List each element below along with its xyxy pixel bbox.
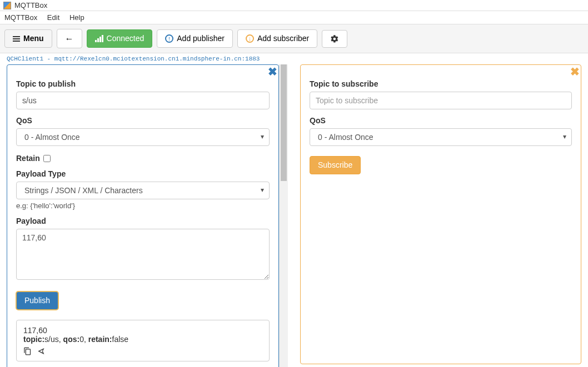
publish-button[interactable]: Publish bbox=[16, 291, 58, 310]
gear-icon bbox=[330, 34, 339, 43]
window-title: MQTTBox bbox=[14, 1, 47, 9]
panels-row: ✖ Topic to publish QoS 0 - Almost Once R… bbox=[0, 64, 588, 367]
connected-label: Connected bbox=[107, 34, 144, 43]
qos-publish-label: QoS bbox=[16, 116, 270, 125]
qos-subscribe-label: QoS bbox=[310, 116, 572, 125]
share-icon[interactable] bbox=[37, 347, 46, 355]
publisher-scrollbar[interactable] bbox=[279, 64, 288, 367]
close-subscriber-button[interactable]: ✖ bbox=[570, 66, 580, 77]
payload-type-label: Payload Type bbox=[16, 169, 270, 178]
payload-textarea[interactable]: 117,60 bbox=[16, 229, 270, 280]
menu-edit[interactable]: Edit bbox=[47, 13, 59, 22]
subscribe-button[interactable]: Subscribe bbox=[310, 156, 361, 174]
arrow-up-circle-icon: ↑ bbox=[165, 34, 173, 43]
payload-type-hint: e.g: {'hello':'world'} bbox=[16, 202, 270, 210]
scrollbar-thumb[interactable] bbox=[281, 64, 287, 181]
sent-message-box: 117,60 topic:s/us, qos:0, retain:false bbox=[16, 320, 270, 361]
window-titlebar: MQTTBox bbox=[0, 0, 588, 11]
qos-subscribe-select[interactable]: 0 - Almost Once bbox=[310, 128, 572, 146]
add-publisher-button[interactable]: ↑ Add publisher bbox=[157, 29, 233, 48]
menu-button[interactable]: Menu bbox=[4, 29, 52, 48]
copy-icon[interactable] bbox=[23, 347, 32, 355]
app-icon bbox=[3, 2, 11, 9]
arrow-left-icon: ← bbox=[65, 33, 74, 44]
publisher-panel-wrap: ✖ Topic to publish QoS 0 - Almost Once R… bbox=[7, 64, 288, 367]
connected-button[interactable]: Connected bbox=[87, 29, 153, 48]
sent-meta: topic:s/us, qos:0, retain:false bbox=[23, 335, 262, 344]
subscriber-panel: ✖ Topic to subscribe QoS 0 - Almost Once… bbox=[300, 64, 581, 364]
menu-app[interactable]: MQTTBox bbox=[4, 13, 37, 22]
topic-subscribe-input[interactable] bbox=[310, 92, 572, 109]
hamburger-icon bbox=[13, 36, 20, 42]
add-publisher-label: Add publisher bbox=[177, 34, 225, 43]
sent-payload: 117,60 bbox=[23, 326, 262, 335]
retain-label: Retain bbox=[16, 154, 40, 163]
toolbar: Menu ← Connected ↑ Add publisher ↓ Add s… bbox=[0, 24, 588, 53]
topic-publish-label: Topic to publish bbox=[16, 79, 270, 88]
menu-button-label: Menu bbox=[23, 34, 44, 43]
add-subscriber-label: Add subscriber bbox=[257, 34, 309, 43]
subscriber-panel-wrap: ✖ Topic to subscribe QoS 0 - Almost Once… bbox=[300, 64, 581, 364]
topic-subscribe-label: Topic to subscribe bbox=[310, 79, 572, 88]
publisher-panel: ✖ Topic to publish QoS 0 - Almost Once R… bbox=[7, 64, 279, 367]
topic-publish-input[interactable] bbox=[16, 92, 270, 109]
back-button[interactable]: ← bbox=[57, 29, 82, 48]
arrow-down-circle-icon: ↓ bbox=[246, 34, 254, 43]
payload-type-select[interactable]: Strings / JSON / XML / Characters bbox=[16, 182, 270, 199]
retain-checkbox[interactable] bbox=[43, 155, 51, 162]
menubar: MQTTBox Edit Help bbox=[0, 11, 588, 24]
signal-icon bbox=[95, 35, 103, 42]
close-publisher-button[interactable]: ✖ bbox=[268, 66, 277, 77]
qos-publish-select[interactable]: 0 - Almost Once bbox=[16, 128, 270, 146]
add-subscriber-button[interactable]: ↓ Add subscriber bbox=[237, 29, 317, 48]
payload-label: Payload bbox=[16, 217, 270, 225]
connection-info: QCHClient1 - mqtt://Rexelcn0.mciotextens… bbox=[0, 53, 588, 64]
menu-help[interactable]: Help bbox=[69, 13, 84, 22]
settings-button[interactable] bbox=[322, 30, 347, 48]
